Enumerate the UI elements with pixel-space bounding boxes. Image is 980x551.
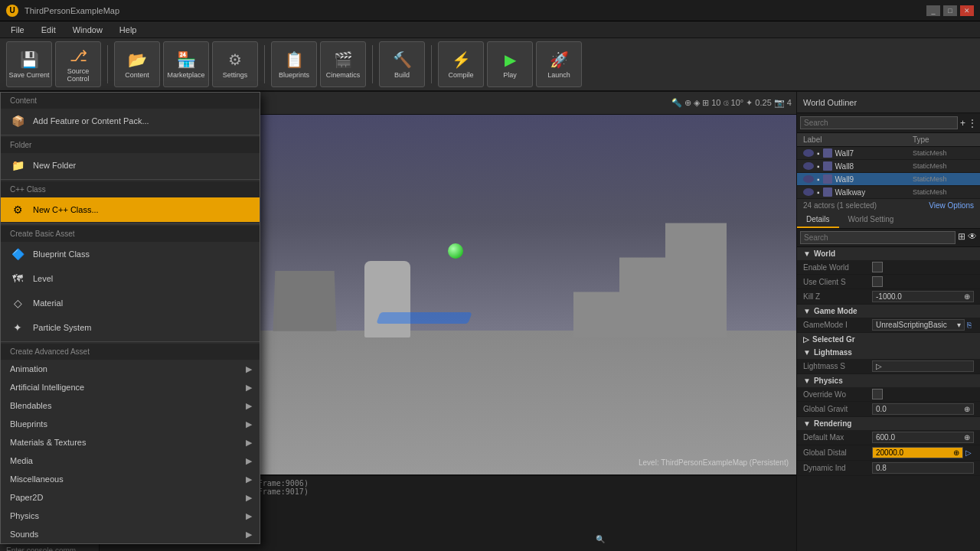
dd-media[interactable]: Media ▶ xyxy=(1,452,260,470)
kill-z-input[interactable]: ⊕ xyxy=(872,291,974,302)
dd-new-cpp-class[interactable]: ⚙ New C++ Class... xyxy=(1,197,260,222)
folder-new-icon: 📁 xyxy=(10,158,25,173)
dd-blueprint-class[interactable]: 🔷 Blueprint Class xyxy=(1,242,260,266)
actor-row-wall9[interactable]: ▪ Wall9 StaticMesh xyxy=(797,173,980,186)
physics-section-header[interactable]: ▼ Physics xyxy=(797,374,980,387)
settings-icon: ⚙ xyxy=(228,51,242,69)
dd-sounds[interactable]: Sounds ▶ xyxy=(1,525,260,543)
actor-row-wall7[interactable]: ▪ Wall7 StaticMesh xyxy=(797,147,980,160)
cinematics-button[interactable]: 🎬 Cinematics xyxy=(320,41,366,87)
actor-label: Wall9 xyxy=(835,175,910,184)
physics-expand-icon: ▼ xyxy=(803,377,811,385)
col-label-header: Label xyxy=(803,135,913,144)
play-icon: ▶ xyxy=(505,51,516,69)
prop-kill-z: Kill Z ⊕ xyxy=(797,289,980,305)
save-button[interactable]: 💾 Save Current xyxy=(6,41,52,87)
content-button[interactable]: 📂 Content xyxy=(114,41,160,87)
actor-row-walkway[interactable]: ▪ Walkway StaticMesh xyxy=(797,186,980,199)
outliner-table-header: Label Type xyxy=(797,133,980,147)
console-input[interactable] xyxy=(6,546,93,551)
build-button[interactable]: 🔨 Build xyxy=(379,41,425,87)
gamemode-link-icon[interactable]: ⎘ xyxy=(965,321,974,329)
menu-file[interactable]: File xyxy=(3,24,32,36)
compile-button[interactable]: ⚡ Compile xyxy=(438,41,484,87)
dd-particle-system[interactable]: ✦ Particle System xyxy=(1,315,260,340)
gamemode-dropdown[interactable]: UnrealScriptingBasic ▾ xyxy=(872,319,965,331)
world-outliner-header: World Outliner xyxy=(797,92,980,113)
selected-expand-icon: ▷ xyxy=(803,335,809,344)
arrow-icon: ▶ xyxy=(246,530,252,540)
dd-blendables[interactable]: Blendables ▶ xyxy=(1,396,260,415)
kill-z-field[interactable] xyxy=(876,292,951,301)
details-eye-icon[interactable]: 👁 xyxy=(968,231,977,244)
global-gravity-input[interactable]: ⊕ xyxy=(872,403,974,415)
dd-physics[interactable]: Physics ▶ xyxy=(1,507,260,525)
use-client-checkbox[interactable] xyxy=(872,276,883,287)
menu-edit[interactable]: Edit xyxy=(34,24,64,36)
dd-level[interactable]: 🗺 Level xyxy=(1,266,260,291)
selected-section-header[interactable]: ▷ Selected Gr xyxy=(797,333,980,346)
dd-miscellaneous[interactable]: Miscellaneous ▶ xyxy=(1,470,260,488)
dd-artificial-intelligence[interactable]: Artificial Intelligence ▶ xyxy=(1,378,260,396)
tab-world-settings[interactable]: World Setting xyxy=(839,212,903,228)
dd-materials-textures[interactable]: Materials & Textures ▶ xyxy=(1,433,260,452)
global-distal-field[interactable] xyxy=(876,448,942,457)
dynamic-ind-input[interactable] xyxy=(872,462,974,474)
default-max-input[interactable]: ⊕ xyxy=(872,432,974,443)
rendering-section-header[interactable]: ▼ Rendering xyxy=(797,417,980,430)
col-type-header: Type xyxy=(913,135,974,144)
actor-row-wall8[interactable]: ▪ Wall8 StaticMesh xyxy=(797,160,980,173)
dd-material[interactable]: ◇ Material xyxy=(1,291,260,315)
blueprints-button[interactable]: 📋 Blueprints xyxy=(271,41,317,87)
vp-icons: 🔦 ⊕ ◈ ⊞ 10 ⟃ 10° ✦ 0.25 📷 4 xyxy=(671,98,792,108)
arrow-icon: ▶ xyxy=(246,493,252,503)
bottom-search-icon[interactable]: 🔍 xyxy=(596,535,605,543)
toolbar-separator-1 xyxy=(107,45,108,83)
tab-details[interactable]: Details xyxy=(797,212,839,228)
global-distal-input[interactable]: ⊕ xyxy=(872,447,963,458)
dd-animation[interactable]: Animation ▶ xyxy=(1,360,260,378)
enable-world-checkbox[interactable] xyxy=(872,262,883,272)
mesh-icon xyxy=(823,174,832,184)
global-gravity-field[interactable] xyxy=(876,405,951,413)
marketplace-button[interactable]: 🏪 Marketplace xyxy=(163,41,209,87)
dd-add-feature[interactable]: 📦 Add Feature or Content Pack... xyxy=(1,109,260,133)
details-tabs: Details World Setting xyxy=(797,212,980,229)
minimize-button[interactable]: _ xyxy=(926,5,940,16)
outliner-add-icon[interactable]: + xyxy=(960,118,965,129)
default-max-field[interactable] xyxy=(876,433,951,442)
settings-button[interactable]: ⚙ Settings xyxy=(212,41,258,87)
movement-indicator xyxy=(376,312,472,324)
source-control-button[interactable]: ⎇ Source Control xyxy=(55,41,101,87)
view-options-button[interactable]: View Options xyxy=(929,201,974,210)
dd-paper2d[interactable]: Paper2D ▶ xyxy=(1,488,260,507)
global-distal-link[interactable]: ▷ xyxy=(963,448,974,457)
global-distal-spinner: ⊕ xyxy=(953,448,959,457)
dynamic-ind-field[interactable] xyxy=(876,464,951,472)
dd-new-folder[interactable]: 📁 New Folder xyxy=(1,153,260,178)
blueprints-label: Blueprints xyxy=(279,71,309,79)
dd-separator-3 xyxy=(1,223,260,224)
world-section-header[interactable]: ▼ World xyxy=(797,247,980,260)
play-button[interactable]: ▶ Play xyxy=(487,41,533,87)
maximize-button[interactable]: □ xyxy=(943,5,957,16)
lightmass-section-header[interactable]: ▼ Lightmass xyxy=(797,346,980,359)
menu-window[interactable]: Window xyxy=(65,24,110,36)
blueprints-icon: 📋 xyxy=(285,51,304,69)
menu-help[interactable]: Help xyxy=(112,24,145,36)
outliner-search-input[interactable] xyxy=(800,116,958,129)
outliner-options-icon[interactable]: ⋮ xyxy=(968,118,977,129)
dd-blueprints[interactable]: Blueprints ▶ xyxy=(1,415,260,433)
lightmass-value[interactable]: ▷ xyxy=(872,360,974,372)
launch-button[interactable]: 🚀 Launch xyxy=(536,41,582,87)
dd-separator-1 xyxy=(1,135,260,135)
window-controls[interactable]: _ □ ✕ xyxy=(926,5,974,16)
override-world-checkbox[interactable] xyxy=(872,389,883,399)
game-mode-section-header[interactable]: ▼ Game Mode xyxy=(797,305,980,318)
play-label: Play xyxy=(503,71,517,79)
outliner-actors-list: ▪ Wall7 StaticMesh ▪ Wall8 StaticMesh ▪ … xyxy=(797,147,980,199)
close-button[interactable]: ✕ xyxy=(960,5,974,16)
details-grid-icon[interactable]: ⊞ xyxy=(958,231,965,244)
details-search-input[interactable] xyxy=(800,231,956,244)
toolbar: 💾 Save Current ⎇ Source Control 📂 Conten… xyxy=(0,38,980,92)
